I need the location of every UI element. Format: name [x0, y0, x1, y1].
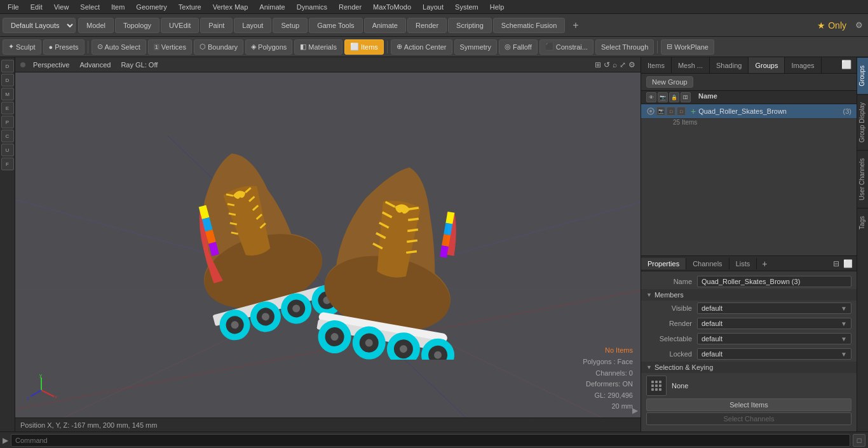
group-list[interactable]: 📷 □ □ + Quad_Roller_Skates_Brown (3) 25 …	[641, 104, 857, 255]
menu-select[interactable]: Select	[75, 2, 105, 12]
tab-channels[interactable]: Channels	[686, 258, 729, 269]
key-col-icon[interactable]: ⚿	[681, 92, 691, 102]
menu-vertex-map[interactable]: Vertex Map	[208, 2, 254, 12]
scroll-down-arrow[interactable]: ▶	[632, 406, 638, 415]
items-button[interactable]: ⬜ Items	[344, 39, 384, 55]
menu-dynamics[interactable]: Dynamics	[292, 2, 332, 12]
selectable-dropdown[interactable]: default ▼	[697, 333, 851, 344]
select-items-button[interactable]: Select Items	[646, 398, 851, 411]
only-button[interactable]: ★ Only	[815, 20, 849, 31]
menu-help[interactable]: Help	[485, 2, 510, 12]
tab-scripting[interactable]: Scripting	[448, 18, 492, 33]
tab-topology[interactable]: Topology	[115, 18, 159, 33]
group-list-item[interactable]: 📷 □ □ + Quad_Roller_Skates_Brown (3)	[641, 104, 857, 119]
menu-texture[interactable]: Texture	[173, 2, 207, 12]
tab-items[interactable]: Items	[641, 57, 672, 73]
sidebar-btn-1[interactable]: D	[1, 60, 14, 72]
tab-uvedit[interactable]: UVEdit	[161, 18, 199, 33]
add-tab-button[interactable]: +	[570, 20, 581, 31]
eye-col-icon[interactable]: 👁	[646, 92, 656, 102]
tab-layout[interactable]: Layout	[234, 18, 271, 33]
constraints-button[interactable]: ⬛ Constrai...	[539, 39, 593, 55]
menu-system[interactable]: System	[450, 2, 484, 12]
viewport-advanced[interactable]: Advanced	[77, 60, 113, 69]
command-end-button[interactable]: □	[853, 434, 865, 447]
props-icon2[interactable]: ⬜	[842, 259, 854, 268]
vtab-tags[interactable]: Tags	[857, 208, 868, 237]
menu-item[interactable]: Item	[106, 2, 130, 12]
tab-render[interactable]: Render	[407, 18, 447, 33]
boundary-button[interactable]: ⬡ Boundary	[194, 39, 243, 55]
tab-mesh[interactable]: Mesh ...	[672, 57, 710, 73]
new-group-button[interactable]: New Group	[646, 76, 693, 88]
command-triangle[interactable]: ▶	[3, 436, 8, 445]
workplane-button[interactable]: ⊟ WorkPlane	[661, 39, 714, 55]
command-input[interactable]	[11, 434, 850, 447]
select-channels-button[interactable]: Select Channels	[646, 412, 851, 425]
materials-button[interactable]: ◧ Materials	[294, 39, 342, 55]
tab-properties[interactable]: Properties	[641, 258, 686, 269]
maximize-icon[interactable]: ⤢	[620, 60, 626, 69]
locked-dropdown[interactable]: default ▼	[697, 348, 851, 360]
name-value[interactable]: Quad_Roller_Skates_Brown (3)	[697, 276, 851, 287]
menu-maxtomodo[interactable]: MaxToModo	[368, 2, 416, 12]
sidebar-btn-4[interactable]: E	[1, 102, 14, 114]
menu-layout[interactable]: Layout	[417, 2, 449, 12]
render-col-icon[interactable]: 📷	[658, 92, 668, 102]
tab-animate[interactable]: Animate	[364, 18, 406, 33]
tab-game-tools[interactable]: Game Tools	[309, 18, 363, 33]
action-center-button[interactable]: ⊕ Action Center	[391, 39, 452, 55]
tab-setup[interactable]: Setup	[273, 18, 308, 33]
layout-dropdown[interactable]: Default Layouts	[3, 18, 76, 33]
symmetry-button[interactable]: Symmetry	[454, 39, 498, 55]
props-icon1[interactable]: ⊟	[832, 259, 841, 268]
sidebar-btn-6[interactable]: C	[1, 130, 14, 142]
tab-groups[interactable]: Groups	[749, 57, 785, 73]
viewport[interactable]: No Items Polygons : Face Channels: 0 Def…	[15, 72, 641, 417]
viewport-dot[interactable]	[20, 62, 25, 67]
render-dropdown[interactable]: default ▼	[697, 318, 851, 329]
sidebar-btn-5[interactable]: P	[1, 116, 14, 128]
menu-animate[interactable]: Animate	[254, 2, 290, 12]
tab-shading[interactable]: Shading	[710, 57, 749, 73]
fit-icon[interactable]: ⊞	[595, 60, 601, 69]
sidebar-btn-2[interactable]: D	[1, 74, 14, 86]
sidebar-btn-3[interactable]: M	[1, 88, 14, 100]
settings-icon[interactable]: ⚙	[853, 20, 865, 30]
lock-col-icon[interactable]: 🔒	[669, 92, 679, 102]
dropdown-arrow4: ▼	[841, 351, 847, 358]
tab-images[interactable]: Images	[785, 57, 821, 73]
select-through-button[interactable]: Select Through	[595, 39, 654, 55]
vtab-group-display[interactable]: Group Display	[857, 94, 868, 150]
sidebar-btn-7[interactable]: U	[1, 144, 14, 156]
tab-model[interactable]: Model	[78, 18, 114, 33]
viewport-perspective[interactable]: Perspective	[31, 60, 72, 69]
tab-schematic-fusion[interactable]: Schematic Fusion	[493, 18, 565, 33]
menu-geometry[interactable]: Geometry	[131, 2, 172, 12]
zoom-icon[interactable]: ⌕	[613, 60, 617, 69]
visible-dropdown[interactable]: default ▼	[697, 302, 851, 314]
expand-icon[interactable]: +	[691, 106, 696, 116]
expand-panel-icon[interactable]: ⬜	[836, 57, 857, 73]
polygons-button[interactable]: ◈ Polygons	[245, 39, 292, 55]
menu-render[interactable]: Render	[334, 2, 367, 12]
tab-lists[interactable]: Lists	[729, 258, 757, 269]
menu-view[interactable]: View	[49, 2, 74, 12]
vtab-groups[interactable]: Groups	[857, 57, 868, 94]
auto-select-button[interactable]: ⊙ Auto Select	[92, 39, 146, 55]
settings-icon[interactable]: ⚙	[628, 60, 635, 69]
sidebar-btn-8[interactable]: F	[1, 158, 14, 170]
menu-edit[interactable]: Edit	[25, 2, 48, 12]
members-section[interactable]: ▼ Members	[641, 289, 857, 301]
vtab-user-channels[interactable]: User Channels	[857, 150, 868, 208]
falloff-button[interactable]: ◎ Falloff	[499, 39, 538, 55]
menu-file[interactable]: File	[3, 2, 24, 12]
rotate-icon[interactable]: ↺	[604, 60, 610, 69]
selection-keying-section[interactable]: ▼ Selection & Keying	[641, 362, 857, 373]
tab-paint[interactable]: Paint	[200, 18, 233, 33]
presets-button[interactable]: ● Presets	[43, 39, 85, 55]
viewport-raygl[interactable]: Ray GL: Off	[118, 60, 160, 69]
sculpt-button[interactable]: ✦ Sculpt	[3, 39, 41, 55]
vertices-button[interactable]: 1 Vertices	[148, 39, 192, 55]
add-tab-icon[interactable]: +	[757, 257, 772, 271]
